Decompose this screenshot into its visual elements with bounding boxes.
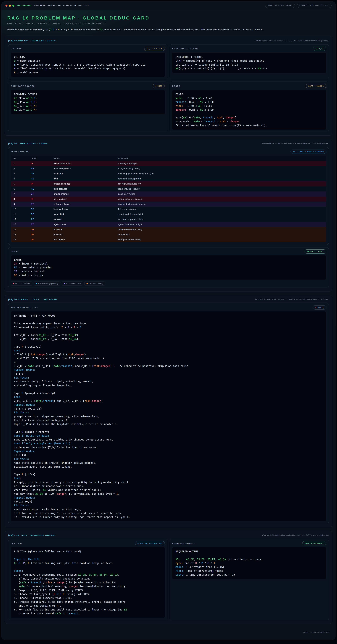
lane-legend-chip: OP · infra / deploy bbox=[84, 282, 105, 286]
code-token: When Type I holds, bbox=[14, 488, 43, 492]
code-token: danger bbox=[37, 353, 46, 356]
llm-task-code-block: LLM TASK (given one failing run + this c… bbox=[11, 547, 165, 618]
code-line: 5. Propose structural_fixes that change … bbox=[14, 600, 162, 604]
code-token: {14,15,16,8} bbox=[14, 500, 32, 503]
code-token: ΔS_QE bbox=[186, 558, 194, 561]
code-token: ). bbox=[58, 604, 62, 607]
panel-lanes: LANES WHERE IT FAILS LANESIN = input / r… bbox=[8, 247, 329, 288]
code-token: , bbox=[20, 562, 23, 564]
code-token: ) to any LLM. The model must classify bbox=[60, 28, 100, 31]
code-line: Z_QE, Z_EP ∈ {safe,transit} and Z_PA, Z_… bbox=[14, 399, 323, 403]
code-token: (infra) bbox=[23, 473, 36, 476]
code-token: Q bbox=[31, 97, 32, 100]
code-token: as 1.0 ( bbox=[43, 492, 57, 495]
code-token: or bbox=[62, 612, 68, 615]
code-token: P bbox=[22, 392, 23, 394]
code-line: 6. For each fix, define one small test e… bbox=[14, 608, 162, 612]
code-token: R bbox=[54, 592, 55, 596]
code-line: transit: 0.40 ≤ ΔS < 0.60 bbox=[176, 100, 323, 104]
code-token: } bbox=[235, 116, 236, 119]
code-line: or E inconsistent or unobservable across… bbox=[14, 484, 323, 488]
code-token: or move its zone toward bbox=[14, 612, 55, 615]
code-token: risk: bbox=[176, 104, 183, 107]
code-token: risk bbox=[217, 116, 223, 119]
section-note: Q/E/P/A objects, ΔS metric and four boun… bbox=[255, 39, 329, 42]
mode-cell: dead-end, no recovery bbox=[115, 186, 326, 192]
code-token: ΔS bbox=[26, 100, 29, 104]
code-token: 1-3 integers from {1..16} bbox=[185, 566, 224, 568]
close-window-icon[interactable] bbox=[6, 5, 8, 7]
code-token: E bbox=[34, 97, 36, 100]
code-token: , bbox=[57, 28, 58, 31]
code-token: / bbox=[42, 581, 46, 584]
panel-label: LLM TASK bbox=[11, 542, 23, 544]
lane-dot-icon bbox=[64, 283, 65, 284]
code-line: OBJECTS bbox=[14, 55, 162, 59]
mode-lane-cell: IN bbox=[28, 181, 51, 186]
code-line: zone(ΔS) ∈ {safe, transit, risk, danger} bbox=[176, 116, 323, 120]
mode-cell: wrong version or config bbox=[115, 237, 326, 242]
code-token: > bbox=[69, 326, 74, 329]
code-token: Typical modes: bbox=[14, 450, 36, 453]
code-line: LANES bbox=[14, 258, 323, 262]
section-label: [04] LLM TASK · REQUIRED OUTPUT bbox=[8, 534, 56, 536]
code-line: readiness checks, smoke tests, version t… bbox=[14, 508, 323, 511]
app-name: RAG-DEBUG bbox=[17, 4, 32, 7]
code-line: Input to the LLM: bbox=[14, 557, 162, 561]
code-token: A bbox=[14, 71, 16, 74]
code-token: If several types match, prefer bbox=[14, 326, 62, 329]
code-token: ( bbox=[29, 97, 31, 100]
minimize-window-icon[interactable] bbox=[9, 5, 11, 7]
mode-lane-cell: RE bbox=[28, 166, 51, 171]
section-llm-task: [04] LLM TASK · REQUIRED OUTPUT What any… bbox=[5, 531, 332, 624]
code-line: cos_sim(u,v) = cosine similarity in [0,1… bbox=[176, 63, 323, 67]
code-token: , bbox=[36, 353, 37, 356]
code-token: ), Z_EP = zone( bbox=[46, 334, 69, 336]
code-token: risk bbox=[84, 400, 90, 402]
code-token: Type bbox=[14, 430, 22, 433]
badge-where-it-fails: WHERE IT FAILS bbox=[304, 250, 326, 254]
code-token: transit: bbox=[176, 100, 188, 104]
code-token: fixes: bbox=[176, 569, 185, 572]
mode-cell: logic collapse bbox=[51, 186, 115, 192]
code-token: Q bbox=[31, 108, 32, 111]
mode-row: 5INembed false possim high, relevance lo… bbox=[11, 181, 326, 186]
code-token: transit bbox=[31, 581, 42, 584]
code-token: (not only the wording of bbox=[14, 604, 57, 607]
page-subtitle: ONE FAILING RUN IN · 16 WAYS TO BREAK · … bbox=[7, 22, 330, 25]
code-token: Typical modes: bbox=[14, 496, 36, 499]
code-line bbox=[14, 426, 323, 430]
badge-semantic-firewall: SEMANTIC FIREWALL FOR RAG bbox=[297, 4, 332, 8]
github-link[interactable]: github.com/onestardao/WFGY bbox=[303, 631, 330, 634]
code-token: Cond: bbox=[14, 477, 22, 480]
code-token: R bbox=[74, 326, 75, 329]
lane-legend-chip: IN · input / retrieval bbox=[11, 282, 32, 286]
maximize-window-icon[interactable] bbox=[12, 5, 14, 7]
badge-safe-danger: SAFE → DANGER bbox=[306, 84, 326, 88]
panel-label: EMBEDDING + METRIC bbox=[172, 48, 199, 50]
code-line: EMBEDDING + METRIC bbox=[176, 55, 323, 59]
code-token: , bbox=[42, 400, 43, 402]
code-token: ΔS bbox=[14, 108, 17, 111]
mode-cell: deadlock bbox=[51, 232, 115, 237]
code-token: safe bbox=[194, 116, 200, 119]
code-token: ΔS_EP bbox=[89, 573, 96, 576]
code-token: hard limits on speculation beyond E. bbox=[14, 419, 69, 422]
code-token: danger bbox=[57, 492, 66, 495]
code-token: Q bbox=[50, 28, 52, 31]
code-token: ) by convention, but keep type = bbox=[66, 492, 116, 495]
code-token: safe bbox=[18, 585, 25, 588]
code-token: ≤ 1.00 bbox=[203, 108, 214, 111]
mode-cell: confident, unsupported bbox=[115, 176, 326, 181]
mode-cell: 6 bbox=[11, 186, 28, 192]
modes-table: NOLANENAMESYMPTOM 1INhallucination/drift… bbox=[11, 156, 326, 242]
lane-dot-icon bbox=[13, 283, 14, 284]
code-token: Fix focus: bbox=[14, 504, 29, 507]
code-token: ( Z_QE = bbox=[14, 364, 28, 368]
code-token: ΔS bbox=[124, 608, 127, 611]
code-line: risk: 0.60 ≤ ΔS < 0.85 bbox=[176, 104, 323, 108]
mode-cell: 12 bbox=[11, 217, 28, 222]
section-note: What any LLM must do when you feed this … bbox=[262, 534, 329, 536]
code-line: fixes: list of structural_fixes bbox=[176, 569, 323, 573]
code-token: list of structural_fixes bbox=[185, 569, 223, 572]
